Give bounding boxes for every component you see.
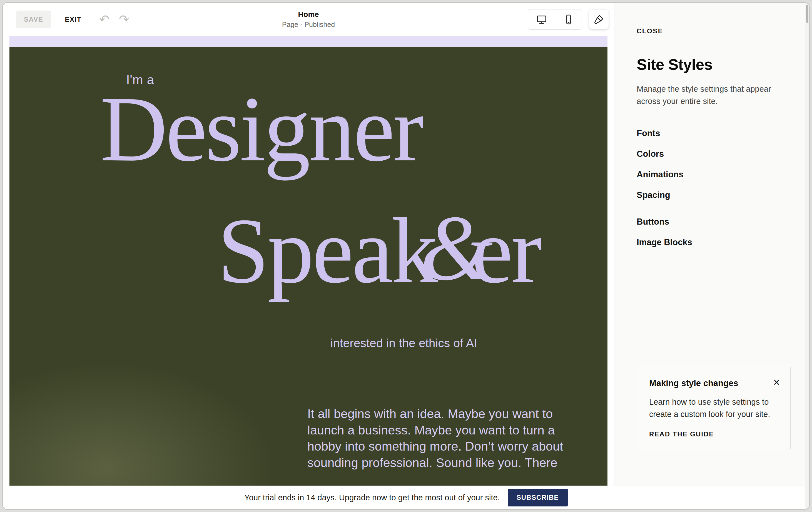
toolbar-right: [528, 3, 609, 36]
paintbrush-icon: [593, 14, 604, 25]
hero-headline-line1[interactable]: Designer: [100, 82, 422, 176]
read-the-guide-link[interactable]: READ THE GUIDE: [649, 430, 714, 438]
ampersand-glyph: &: [420, 201, 491, 295]
mobile-icon: [563, 14, 574, 25]
style-nav-group-2: Buttons Image Blocks: [637, 217, 692, 258]
nav-item-fonts[interactable]: Fonts: [637, 129, 684, 138]
page-status: Page · Published: [282, 21, 335, 29]
hero-divider-line: [28, 395, 580, 395]
trial-bar: Your trial ends in 14 days. Upgrade now …: [3, 486, 809, 509]
style-nav-group-1: Fonts Colors Animations Spacing: [637, 129, 684, 211]
page-indicator: Home Page · Published: [3, 3, 614, 36]
hero-headline-line2[interactable]: Speak&er: [217, 204, 540, 297]
trial-message: Your trial ends in 14 days. Upgrade now …: [244, 493, 500, 502]
exit-button[interactable]: EXIT: [63, 15, 83, 24]
site-hero-section[interactable]: I'm a Designer Speak&er interested in th…: [9, 47, 607, 486]
redo-icon[interactable]: ↷: [119, 13, 129, 26]
device-preview-toggle: [528, 9, 582, 30]
nav-item-image-blocks[interactable]: Image Blocks: [637, 237, 692, 247]
mobile-preview-button[interactable]: [555, 9, 582, 29]
site-preview-canvas: I'm a Designer Speak&er interested in th…: [9, 36, 607, 486]
site-styles-panel: CLOSE Site Styles Manage the style setti…: [614, 3, 809, 486]
hero-tagline[interactable]: interested in the ethics of AI: [330, 336, 477, 350]
nav-item-animations[interactable]: Animations: [637, 170, 684, 179]
panel-title: Site Styles: [637, 56, 713, 74]
page-title: Home: [298, 10, 319, 19]
card-close-icon[interactable]: ×: [772, 375, 781, 389]
hero-paragraph[interactable]: It all begins with an idea. Maybe you wa…: [307, 406, 582, 471]
history-controls: ↶ ↷: [99, 13, 129, 26]
site-styles-button[interactable]: [589, 10, 609, 29]
card-title: Making style changes: [649, 378, 779, 388]
save-button[interactable]: SAVE: [16, 10, 51, 28]
nav-item-buttons[interactable]: Buttons: [637, 217, 692, 227]
window-scrollbar-thumb[interactable]: [806, 5, 808, 23]
desktop-preview-button[interactable]: [528, 9, 555, 29]
style-guide-card: Making style changes × Learn how to use …: [637, 366, 791, 450]
close-panel-button[interactable]: CLOSE: [637, 27, 663, 35]
desktop-icon: [536, 14, 547, 25]
card-body-text: Learn how to use style settings to creat…: [649, 396, 779, 420]
editor-toolbar: SAVE EXIT ↶ ↷ Home Page · Published: [3, 3, 614, 36]
subscribe-button[interactable]: SUBSCRIBE: [508, 489, 568, 507]
editor-window: SAVE EXIT ↶ ↷ Home Page · Published: [2, 2, 810, 510]
headline2-pre: Speak: [217, 199, 436, 303]
nav-item-spacing[interactable]: Spacing: [637, 190, 684, 200]
panel-description: Manage the style settings that appear ac…: [637, 83, 777, 107]
nav-item-colors[interactable]: Colors: [637, 149, 684, 159]
site-header-strip: [9, 36, 607, 47]
undo-icon[interactable]: ↶: [99, 13, 110, 26]
window-scrollbar-track[interactable]: [805, 3, 809, 509]
